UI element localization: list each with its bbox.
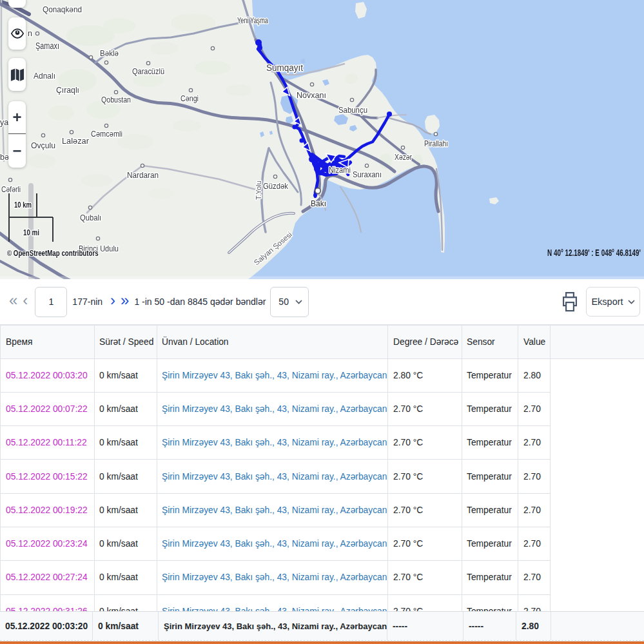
svg-text:Cəmcəmli: Cəmcəmli <box>91 130 122 139</box>
svg-text:Ovçulu: Ovçulu <box>31 141 55 150</box>
svg-text:Güzdək: Güzdək <box>263 182 289 191</box>
svg-text:Nizami: Nizami <box>329 166 351 175</box>
svg-text:Novxanı: Novxanı <box>297 91 326 100</box>
svg-text:Sumqayıt: Sumqayıt <box>266 63 303 73</box>
svg-text:Qubalı: Qubalı <box>80 213 101 222</box>
svg-text:Çıraqlı: Çıraqlı <box>56 86 79 95</box>
svg-text:Suraxanı: Suraxanı <box>353 170 382 179</box>
svg-text:Laləzar: Laləzar <box>62 137 89 146</box>
svg-text:Qonaqkənd: Qonaqkənd <box>43 5 82 14</box>
svg-text:Yeni Yaşma: Yeni Yaşma <box>237 16 268 25</box>
svg-text:Bəklə: Bəklə <box>100 49 119 58</box>
svg-text:Qobustan: Qobustan <box>101 95 131 104</box>
svg-text:T.Yolu: T.Yolu <box>255 181 262 200</box>
svg-text:10 km: 10 km <box>14 200 32 210</box>
svg-text:Adnalı: Adnalı <box>34 72 55 81</box>
svg-text:Sabunçu: Sabunçu <box>338 106 367 115</box>
svg-text:Qaracüzlü: Qaracüzlü <box>132 67 164 76</box>
svg-text:n: n <box>28 29 32 38</box>
svg-text:Cəfərli: Cəfərli <box>1 185 21 194</box>
svg-text:Xəzər: Xəzər <box>395 153 412 162</box>
svg-text:Bakı: Bakı <box>311 199 326 208</box>
svg-text:Cəngi: Cəngi <box>181 94 199 103</box>
svg-text:Şamaxı: Şamaxı <box>35 41 59 51</box>
svg-text:Pirallahı: Pirallahı <box>424 139 448 148</box>
svg-text:10 mi: 10 mi <box>23 228 39 237</box>
svg-text:Nardaran: Nardaran <box>127 171 159 180</box>
